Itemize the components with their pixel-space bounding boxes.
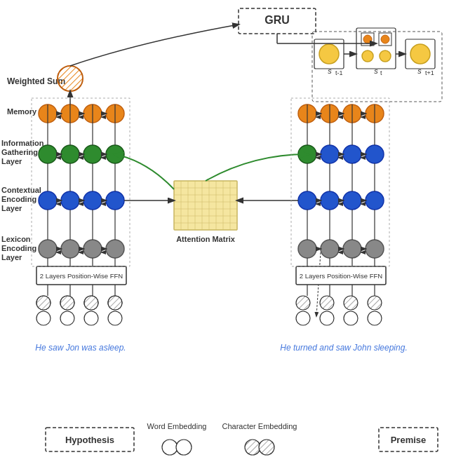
character-embedding-label: Character Embedding [222, 422, 297, 430]
svg-point-51 [106, 240, 124, 258]
svg-point-133 [296, 311, 310, 325]
ffn-left-label: 2 Layers Position-Wise FFN [40, 272, 123, 280]
svg-point-185 [259, 440, 274, 455]
svg-point-177 [58, 66, 83, 91]
svg-point-182 [162, 440, 177, 455]
word-embedding-label: Word Embedding [147, 422, 207, 430]
svg-point-66 [84, 296, 98, 310]
svg-point-121 [298, 240, 316, 258]
svg-point-49 [61, 240, 79, 258]
svg-point-40 [83, 191, 102, 210]
hypothesis-label: Hypothesis [65, 435, 114, 445]
svg-point-48 [39, 240, 57, 258]
svg-point-102 [321, 145, 339, 163]
svg-point-10 [362, 50, 373, 62]
svg-point-135 [320, 311, 334, 325]
st-sub: t [380, 69, 382, 76]
lexicon-label-3: Layer [1, 253, 22, 261]
svg-point-123 [343, 240, 361, 258]
premise-label: Premise [391, 435, 427, 445]
svg-point-4 [319, 44, 339, 64]
st-minus-1-label: s [328, 67, 332, 75]
svg-point-41 [106, 191, 124, 210]
svg-rect-5 [356, 28, 396, 69]
svg-rect-160 [174, 181, 237, 230]
svg-point-122 [321, 240, 339, 258]
svg-point-124 [366, 240, 384, 258]
svg-point-39 [61, 191, 79, 210]
st-label: s [374, 67, 378, 75]
contextual-label-2: Encoding [1, 195, 36, 203]
svg-point-136 [344, 296, 358, 310]
svg-point-50 [83, 240, 102, 258]
svg-point-138 [368, 296, 382, 310]
info-gathering-label-1: Information [1, 139, 44, 147]
svg-point-64 [60, 311, 74, 325]
memory-label: Memory [7, 107, 37, 116]
svg-point-139 [368, 311, 382, 325]
premise-sentence: He turned and saw John sleeping. [280, 343, 407, 353]
svg-point-112 [321, 191, 339, 210]
svg-point-29 [61, 145, 79, 163]
svg-point-134 [320, 296, 334, 310]
attention-label: Attention Matrix [176, 235, 236, 243]
input-circles-left [36, 296, 122, 325]
svg-point-7 [363, 35, 372, 43]
svg-point-70 [108, 311, 122, 325]
svg-point-111 [298, 191, 316, 210]
lexicon-label-2: Encoding [1, 244, 36, 252]
svg-point-30 [83, 145, 102, 163]
svg-point-183 [176, 440, 192, 455]
svg-point-67 [84, 311, 98, 325]
weighted-sum-label: Weighted Sum [7, 76, 65, 86]
svg-point-9 [381, 35, 389, 43]
st-minus-1-sub: t-1 [335, 69, 343, 76]
info-gathering-label-2: Gathering [1, 148, 38, 156]
svg-point-11 [380, 50, 391, 62]
svg-point-137 [344, 311, 358, 325]
ffn-right-label: 2 Layers Position-Wise FFN [300, 272, 382, 280]
svg-point-104 [366, 145, 384, 163]
svg-point-28 [39, 145, 57, 163]
svg-point-13 [410, 44, 430, 64]
svg-point-184 [245, 440, 260, 455]
svg-point-132 [296, 296, 310, 310]
svg-point-103 [343, 145, 361, 163]
gru-label: GRU [264, 14, 290, 26]
lexicon-label-1: Lexicon [1, 235, 31, 243]
contextual-label-3: Layer [1, 204, 22, 212]
svg-point-63 [60, 296, 74, 310]
svg-point-113 [343, 191, 361, 210]
info-gathering-label-3: Layer [1, 157, 22, 165]
svg-point-61 [36, 311, 51, 325]
svg-point-114 [366, 191, 384, 210]
svg-point-60 [36, 296, 51, 310]
st-plus-1-label: s [417, 67, 422, 75]
hypothesis-sentence: He saw Jon was asleep. [35, 343, 126, 353]
svg-point-69 [108, 296, 122, 310]
diagram-container: GRU s t-1 s t s t+1 Memory Information G [0, 0, 449, 476]
st-plus-1-sub: t+1 [425, 69, 434, 76]
contextual-label-1: Contextual [1, 186, 41, 194]
svg-point-38 [39, 191, 57, 210]
input-circles-right [296, 296, 382, 325]
